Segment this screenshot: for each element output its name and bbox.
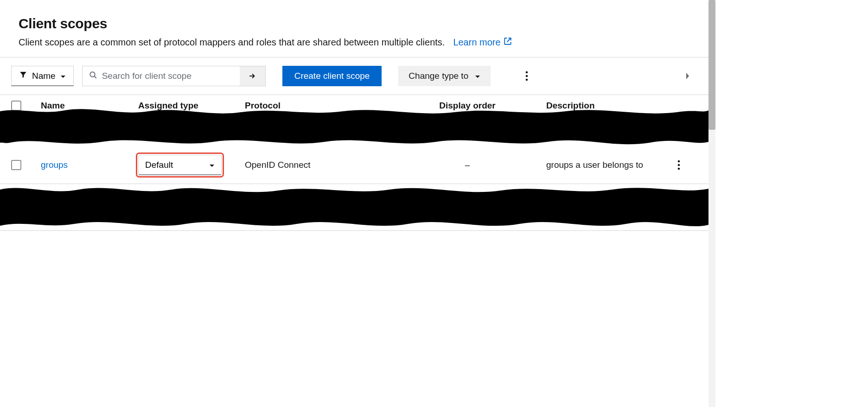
scrollbar-thumb[interactable] xyxy=(708,0,715,130)
filter-label: Name xyxy=(32,71,56,81)
learn-more-label: Learn more xyxy=(453,37,500,48)
table-row: groups Default OpenID Connect – groups a… xyxy=(0,146,708,184)
change-type-label: Change type to xyxy=(408,71,468,81)
assigned-type-value: Default xyxy=(145,160,173,170)
search-input[interactable] xyxy=(102,71,233,81)
learn-more-link[interactable]: Learn more xyxy=(453,37,511,48)
search-box[interactable] xyxy=(82,66,240,86)
change-type-dropdown[interactable]: Change type to xyxy=(398,66,491,86)
external-link-icon xyxy=(504,37,512,48)
svg-point-3 xyxy=(526,71,528,74)
toolbar: Name Create client scope Change t xyxy=(0,57,708,95)
row-checkbox[interactable] xyxy=(11,160,21,170)
pager-next-button[interactable] xyxy=(681,69,695,83)
row-name-link[interactable]: groups xyxy=(41,160,68,170)
caret-down-icon xyxy=(475,71,480,81)
caret-down-icon xyxy=(209,160,215,170)
filter-dropdown[interactable]: Name xyxy=(11,66,74,86)
svg-point-4 xyxy=(526,75,528,77)
page-header: Client scopes Client scopes are a common… xyxy=(0,0,708,57)
caret-down-icon xyxy=(60,71,66,81)
page-title: Client scopes xyxy=(19,16,690,32)
svg-point-6 xyxy=(678,160,680,163)
table: Name Assigned type Protocol Display orde… xyxy=(0,95,708,231)
assigned-type-dropdown[interactable]: Default xyxy=(138,155,222,175)
row-protocol: OpenID Connect xyxy=(245,160,389,170)
svg-point-8 xyxy=(678,168,680,170)
redacted-region xyxy=(0,107,708,146)
redacted-region xyxy=(0,184,708,230)
create-client-scope-button[interactable]: Create client scope xyxy=(282,66,382,86)
search-group xyxy=(82,66,266,86)
row-display-order: – xyxy=(389,160,546,170)
row-description: groups a user belongs to xyxy=(546,160,670,170)
svg-point-5 xyxy=(526,79,528,81)
svg-line-1 xyxy=(94,76,96,78)
svg-point-0 xyxy=(90,72,95,77)
page-subtitle: Client scopes are a common set of protoc… xyxy=(19,36,445,49)
svg-point-7 xyxy=(678,164,680,166)
search-icon xyxy=(89,71,97,81)
table-bottom-divider xyxy=(0,230,708,231)
scrollbar-track[interactable] xyxy=(708,0,715,407)
search-submit-button[interactable] xyxy=(240,66,266,86)
row-kebab-button[interactable] xyxy=(670,156,688,174)
funnel-icon xyxy=(19,70,27,81)
toolbar-kebab-button[interactable] xyxy=(517,67,536,85)
